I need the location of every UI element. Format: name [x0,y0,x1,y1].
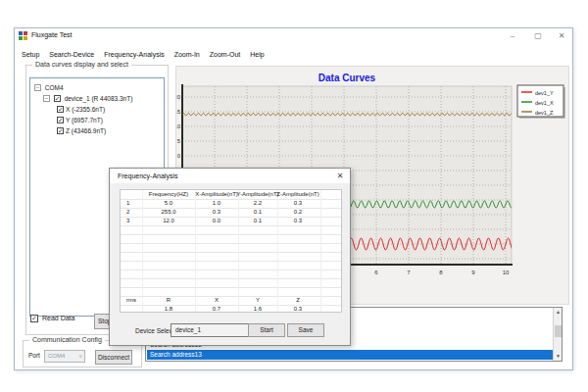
save-button[interactable]: Save [287,323,324,337]
table-gridline [238,190,239,313]
table-gridline [121,199,342,200]
table-cell: Z-Amplitude(nT) [276,190,318,199]
table-cell: 0.3 [294,217,302,225]
menu-item-help[interactable]: Help [245,49,269,61]
table-cell: rms [126,296,136,305]
tree-expander-icon[interactable]: − [34,84,41,91]
table-gridline [121,261,342,262]
table-cell: 0.3 [294,199,302,208]
x-tick-label: 6 [374,270,378,275]
menu-item-frequency-analysis[interactable]: Frequency-Analysis [99,49,169,61]
maximize-icon[interactable]: ▢ [530,29,546,42]
frequency-analysis-dialog: Frequency-Analysis ✕ Frequency(HZ)X-Ampl… [109,168,351,346]
y-tick-label: 15 [176,109,181,115]
table-cell: 1 [126,199,129,208]
device-checkbox[interactable]: ✓ [54,95,61,102]
table-gridline [195,190,196,313]
scrollbar[interactable]: ▲ ▼ [553,308,562,361]
dialog-titlebar: Frequency-Analysis ✕ [110,169,350,183]
chevron-down-icon: ∨ [78,351,82,362]
channel-checkbox[interactable]: ✓ [57,127,64,134]
frequency-table: Frequency(HZ)X-Amplitude(nT)Y-Amplitude(… [120,189,342,313]
table-cell: X [215,296,219,305]
channel-label: Y (6957.7nT) [66,117,103,123]
tree-node-com4[interactable]: − COM4 [30,78,164,92]
tree-channel-x[interactable]: ✓X (-2355.6nT) [30,103,164,114]
channel-label: Z (43466.9nT) [66,127,106,134]
disconnect-button[interactable]: Disconnect [95,350,132,365]
table-cell: X-Amplitude(nT) [195,190,238,199]
table-gridline [121,234,342,235]
table-gridline [121,305,342,306]
y-tick-label: 5 [177,138,181,144]
dialog-title: Frequency-Analysis [118,172,177,179]
table-gridline [121,243,342,244]
table-gridline [121,225,342,226]
x-tick-label: 7 [407,270,411,275]
tree-device-label: device_1 (R 44083.3nT) [65,95,133,102]
read-data-checkbox[interactable]: ✓ [30,315,38,322]
table-gridline [121,217,342,218]
table-gridline [142,190,143,313]
tree-channel-y[interactable]: ✓Y (6957.7nT) [30,114,164,124]
log-item[interactable]: Search address13 [147,350,554,360]
menu-item-search-device[interactable]: Search-Device [44,49,99,61]
table-gridline [121,278,342,279]
y-tick-label: 10 [176,123,181,129]
read-data-label: Read Data [42,315,74,321]
table-cell: 2.2 [254,199,262,208]
table-gridline [277,190,278,313]
read-data-checkbox-row: ✓ Read Data [30,315,74,322]
tree-root-label: COM4 [45,84,64,91]
scroll-down-icon[interactable]: ▼ [554,352,563,361]
table-cell: 255.0 [161,208,175,217]
table-gridline [320,190,321,313]
menu-item-zoom-out[interactable]: Zoom-Out [205,49,246,61]
table-cell: R [167,296,171,305]
menu-item-zoom-in[interactable]: Zoom-In [170,49,205,61]
groupbox-label: Data curves display and select [32,61,131,68]
table-cell: 0.3 [213,208,220,217]
menu-bar: SetupSearch-DeviceFrequency-AnalysisZoom… [17,43,565,55]
port-label: Port [28,352,40,359]
minimize-icon[interactable]: – [505,29,520,42]
table-cell: 2 [126,208,129,217]
table-cell: 0.1 [254,217,262,225]
table-gridline [121,270,342,270]
channel-checkbox[interactable]: ✓ [57,106,64,113]
tree-node-device[interactable]: − ✓ device_1 (R 44083.3nT) [30,92,164,103]
y-tick-label: 0 [177,153,181,159]
channel-checkbox[interactable]: ✓ [57,117,64,123]
channel-label: X (-2355.6nT) [66,106,105,113]
start-button[interactable]: Start [248,323,285,337]
table-cell: Y [256,296,260,305]
table-cell: 0.2 [294,208,302,217]
table-cell: 1.8 [165,305,172,313]
table-cell: 3 [126,217,129,225]
x-tick-label: 10 [503,270,510,275]
table-cell: 1.0 [213,199,220,208]
scrollbar-thumb[interactable] [555,325,562,337]
table-cell: 0.7 [213,305,220,313]
menu-item-setup[interactable]: Setup [17,49,44,61]
tree-expander-icon[interactable]: − [43,95,50,102]
window-title: Fluxgate Test [31,31,73,38]
table-gridline [121,208,342,209]
table-cell: 5.0 [165,199,172,208]
table-cell: 0.1 [254,208,262,217]
device-value: device_1 [175,326,201,333]
dialog-close-icon[interactable]: ✕ [334,171,346,182]
tree-channel-z[interactable]: ✓Z (43466.9nT) [30,124,164,135]
table-cell: Frequency(HZ) [149,190,188,199]
device-combobox[interactable]: device_1 ∨ [171,323,257,337]
port-combobox[interactable]: COM4 ∨ [44,350,85,363]
table-gridline [121,287,342,288]
table-cell: 12.0 [163,217,174,225]
x-tick-label: 9 [471,270,475,275]
legend-label: dev1_Z [535,110,554,116]
x-tick-label: 8 [439,270,443,275]
table-cell: 1.6 [254,305,262,313]
titlebar: Fluxgate Test – ▢ ✕ [15,28,572,44]
close-icon[interactable]: ✕ [554,29,569,42]
scroll-up-icon[interactable]: ▲ [554,308,563,317]
